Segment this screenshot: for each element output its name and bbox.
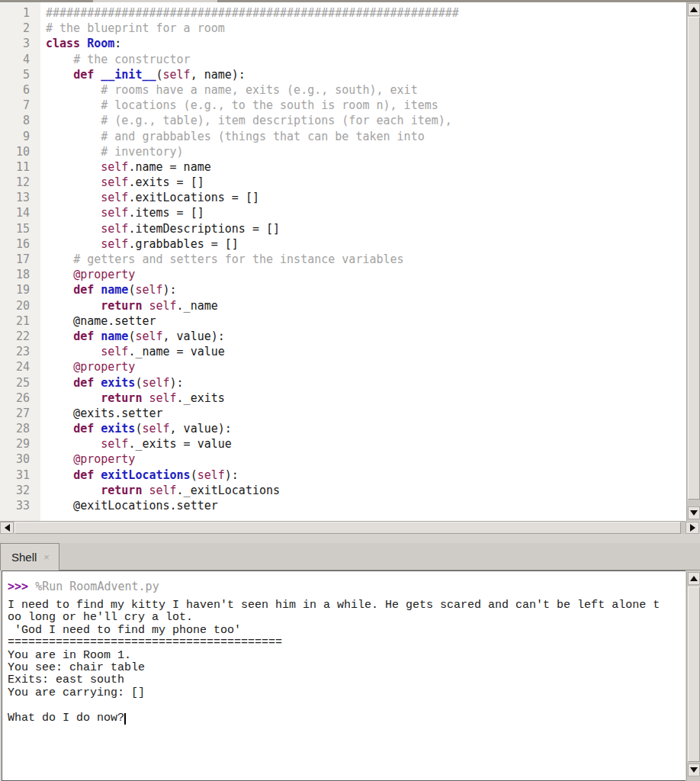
line-number: 5 xyxy=(0,67,40,82)
code-area[interactable]: ########################################… xyxy=(40,2,700,521)
shell-output-line: ======================================== xyxy=(8,637,686,649)
line-number: 15 xyxy=(0,221,40,236)
code-line: self.exitLocations = [] xyxy=(46,190,700,205)
line-number: 13 xyxy=(0,190,40,205)
line-number: 11 xyxy=(0,159,40,175)
line-number: 33 xyxy=(0,498,40,513)
code-line: self.itemDescriptions = [] xyxy=(46,221,700,236)
editor-vertical-scrollbar[interactable] xyxy=(686,2,700,521)
code-line: return self._exits xyxy=(46,390,700,406)
line-number: 17 xyxy=(0,252,40,267)
shell-output-line: 'God I need to find my phone too' xyxy=(8,625,686,637)
code-line: return self._exitLocations xyxy=(46,483,700,498)
line-number: 22 xyxy=(0,329,40,344)
code-line: # getters and setters for the instance v… xyxy=(46,252,700,267)
shell-output-line: You see: chair table xyxy=(8,662,686,674)
code-line: # and grabbables (things that can be tak… xyxy=(46,129,700,144)
shell-output-line: Exits: east south xyxy=(8,674,686,686)
code-line: def __init__(self, name): xyxy=(46,67,700,82)
scroll-left-button[interactable] xyxy=(0,522,14,534)
scroll-down-button[interactable] xyxy=(688,506,700,519)
shell-output-line xyxy=(8,699,686,712)
code-line: @exitLocations.setter xyxy=(46,498,700,513)
code-line: # (e.g., table), item descriptions (for … xyxy=(46,113,700,128)
line-number-gutter: 1234567891011121314151617181920212223242… xyxy=(0,2,40,521)
line-number: 7 xyxy=(0,98,40,113)
shell-scroll-up-button[interactable] xyxy=(688,572,700,585)
line-number: 19 xyxy=(0,282,40,297)
shell-output-line: You are in Room 1. xyxy=(8,650,686,662)
code-line: @property xyxy=(46,267,700,282)
code-line: self.exits = [] xyxy=(46,175,700,190)
line-number: 1 xyxy=(0,5,40,21)
line-number: 3 xyxy=(0,36,40,51)
line-number: 21 xyxy=(0,313,40,329)
code-line: return self._name xyxy=(46,298,700,313)
scroll-up-button[interactable] xyxy=(688,3,700,16)
program-output[interactable]: I need to find my kitty I haven't seen h… xyxy=(8,599,686,725)
scroll-right-icon xyxy=(690,524,695,532)
line-number: 28 xyxy=(0,421,40,436)
code-line: # locations (e.g., to the south is room … xyxy=(46,98,700,113)
code-line: @property xyxy=(46,452,700,467)
code-line: def name(self): xyxy=(46,282,700,297)
code-line: self.grabbables = [] xyxy=(46,236,700,252)
shell-tab-label: Shell xyxy=(11,551,37,564)
line-number: 6 xyxy=(0,82,40,98)
shell-output-line: You are carrying: [] xyxy=(8,687,686,699)
scroll-down-icon xyxy=(690,767,698,773)
code-line: def exitLocations(self): xyxy=(46,468,700,483)
line-number: 14 xyxy=(0,205,40,220)
scroll-up-icon xyxy=(690,7,698,12)
scroll-left-icon xyxy=(5,524,10,532)
line-number: 27 xyxy=(0,406,40,421)
code-line: self._name = value xyxy=(46,344,700,359)
line-number: 23 xyxy=(0,344,40,359)
code-line: self.name = name xyxy=(46,159,700,175)
shell-scroll-down-button[interactable] xyxy=(688,763,700,776)
text-cursor xyxy=(124,713,126,725)
line-number: 29 xyxy=(0,436,40,452)
shell-vertical-scrollbar[interactable] xyxy=(686,571,700,781)
line-number: 12 xyxy=(0,175,40,190)
code-line: # the constructor xyxy=(46,52,700,67)
code-line: # rooms have a name, exits (e.g., south)… xyxy=(46,82,700,98)
line-number: 2 xyxy=(0,21,40,36)
code-line: ########################################… xyxy=(46,5,700,21)
shell-tab[interactable]: Shell × xyxy=(0,543,59,570)
code-line: @name.setter xyxy=(46,313,700,329)
editor-horizontal-scrollbar[interactable] xyxy=(0,521,686,534)
shell-tab-bar: Shell × xyxy=(0,543,700,570)
shell-output-area[interactable]: >>> %Run RoomAdvent.py I need to find my… xyxy=(2,570,686,781)
line-number: 16 xyxy=(0,236,40,252)
code-line: self._exits = value xyxy=(46,436,700,452)
editor-vscroll-thumb[interactable] xyxy=(688,17,700,500)
shell-output-line: What do I do now? xyxy=(8,712,686,725)
editor-pane[interactable]: 1234567891011121314151617181920212223242… xyxy=(0,2,700,521)
line-number: 25 xyxy=(0,375,40,390)
shell-prompt: >>> xyxy=(8,580,28,593)
scroll-right-button[interactable] xyxy=(686,522,699,534)
code-line: def exits(self, value): xyxy=(46,421,700,436)
code-line: class Room: xyxy=(46,36,700,51)
line-number: 4 xyxy=(0,52,40,67)
line-number: 10 xyxy=(0,144,40,159)
line-number: 18 xyxy=(0,267,40,282)
scroll-up-icon xyxy=(690,576,698,581)
code-line: def name(self, value): xyxy=(46,329,700,344)
shell-vscroll-thumb[interactable] xyxy=(688,587,700,762)
line-number: 32 xyxy=(0,483,40,498)
code-line: def exits(self): xyxy=(46,375,700,390)
code-line: self.items = [] xyxy=(46,205,700,220)
line-number: 31 xyxy=(0,468,40,483)
line-number: 9 xyxy=(0,129,40,144)
shell-output-line: I need to find my kitty I haven't seen h… xyxy=(8,599,686,612)
code-line: # inventory) xyxy=(46,144,700,159)
code-line: @exits.setter xyxy=(46,406,700,421)
tab-close-icon[interactable]: × xyxy=(43,552,50,562)
code-line: # the blueprint for a room xyxy=(46,21,700,36)
line-number: 30 xyxy=(0,452,40,467)
run-command: %Run RoomAdvent.py xyxy=(35,580,159,593)
editor-hscroll-thumb[interactable] xyxy=(14,522,681,534)
code-line: @property xyxy=(46,359,700,374)
